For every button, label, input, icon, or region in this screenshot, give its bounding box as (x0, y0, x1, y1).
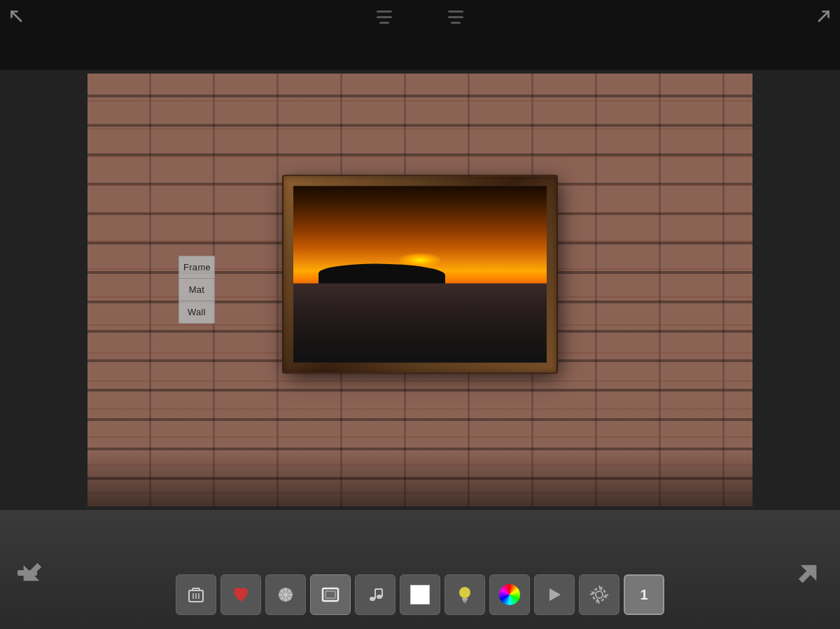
handle-bar-5 (448, 16, 463, 18)
handle-bar-6 (451, 22, 461, 24)
arrow-button-left[interactable] (14, 555, 49, 590)
framed-artwork[interactable] (284, 177, 556, 373)
sunset-painting (293, 186, 547, 363)
frame-inner (293, 186, 547, 363)
svg-rect-11 (192, 588, 200, 590)
frame-select-button[interactable] (310, 574, 351, 615)
corner-handle-top-left[interactable] (7, 7, 35, 35)
tab-wall[interactable]: Wall (178, 300, 215, 324)
svg-rect-27 (463, 602, 466, 603)
water-line-1 (382, 298, 458, 299)
white-square-icon (410, 585, 430, 604)
color-wheel-button[interactable] (489, 574, 530, 615)
drag-handle-left[interactable] (377, 11, 392, 24)
play-button[interactable] (534, 574, 575, 615)
svg-line-0 (12, 12, 22, 22)
svg-rect-18 (326, 591, 335, 598)
top-drag-handles (377, 11, 463, 24)
music-button[interactable] (355, 574, 396, 615)
tab-frame[interactable]: Frame (178, 256, 215, 278)
svg-rect-26 (463, 600, 467, 602)
handle-bar-1 (377, 11, 392, 13)
handle-bar-4 (448, 11, 463, 13)
water-lines (293, 283, 547, 362)
svg-point-30 (593, 588, 606, 601)
handle-bar-2 (377, 16, 392, 18)
heart-button[interactable] (220, 574, 261, 615)
svg-point-20 (377, 595, 382, 599)
water-line-3 (357, 314, 484, 315)
settings-button[interactable] (579, 574, 620, 615)
white-square-button[interactable] (400, 574, 440, 615)
water-line-4 (344, 322, 496, 323)
slide-number-button[interactable]: 1 (624, 574, 664, 615)
slide-number: 1 (640, 587, 648, 603)
corner-handle-top-right[interactable] (805, 7, 833, 35)
frame-outer (284, 177, 556, 373)
svg-rect-25 (462, 598, 468, 600)
canvas-area: Frame Mat Wall (0, 70, 840, 510)
island-silhouette (318, 264, 445, 285)
handle-bar-3 (379, 22, 389, 24)
svg-marker-28 (550, 588, 561, 601)
arrow-button-right[interactable] (791, 555, 826, 590)
svg-point-19 (370, 597, 375, 601)
top-bar (0, 0, 840, 70)
svg-point-24 (459, 587, 470, 598)
tab-mat[interactable]: Mat (178, 278, 215, 300)
bottom-bar: 1 (0, 510, 840, 629)
svg-marker-8 (792, 557, 824, 588)
water-line-2 (370, 306, 471, 307)
snowflake-button[interactable] (265, 574, 306, 615)
drag-handle-right[interactable] (448, 11, 463, 24)
trash-button[interactable] (176, 574, 216, 615)
water-line-5 (331, 330, 508, 331)
svg-line-3 (819, 12, 829, 22)
side-tabs: Frame Mat Wall (178, 256, 215, 324)
bulb-button[interactable] (444, 574, 485, 615)
color-wheel-icon (499, 584, 520, 605)
svg-point-29 (596, 591, 603, 598)
bottom-toolbar: 1 (176, 574, 664, 615)
brick-wall: Frame Mat Wall (88, 74, 752, 506)
